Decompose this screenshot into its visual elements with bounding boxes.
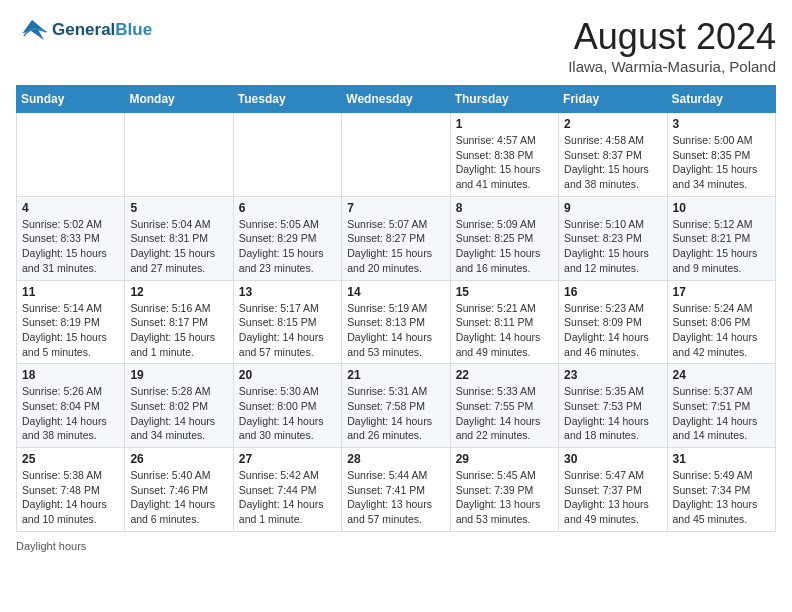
calendar-cell: 28Sunrise: 5:44 AM Sunset: 7:41 PM Dayli… xyxy=(342,448,450,532)
calendar-week-row: 18Sunrise: 5:26 AM Sunset: 8:04 PM Dayli… xyxy=(17,364,776,448)
calendar-cell: 7Sunrise: 5:07 AM Sunset: 8:27 PM Daylig… xyxy=(342,196,450,280)
day-number: 9 xyxy=(564,201,661,215)
calendar-cell: 12Sunrise: 5:16 AM Sunset: 8:17 PM Dayli… xyxy=(125,280,233,364)
day-info: Sunrise: 5:44 AM Sunset: 7:41 PM Dayligh… xyxy=(347,468,444,527)
calendar-cell: 14Sunrise: 5:19 AM Sunset: 8:13 PM Dayli… xyxy=(342,280,450,364)
column-header-friday: Friday xyxy=(559,86,667,113)
day-number: 30 xyxy=(564,452,661,466)
calendar-header-row: SundayMondayTuesdayWednesdayThursdayFrid… xyxy=(17,86,776,113)
day-info: Sunrise: 5:07 AM Sunset: 8:27 PM Dayligh… xyxy=(347,217,444,276)
day-info: Sunrise: 5:37 AM Sunset: 7:51 PM Dayligh… xyxy=(673,384,770,443)
logo: GeneralBlue xyxy=(16,16,152,44)
location: Ilawa, Warmia-Masuria, Poland xyxy=(568,58,776,75)
column-header-wednesday: Wednesday xyxy=(342,86,450,113)
daylight-label: Daylight hours xyxy=(16,540,86,552)
column-header-monday: Monday xyxy=(125,86,233,113)
calendar-week-row: 4Sunrise: 5:02 AM Sunset: 8:33 PM Daylig… xyxy=(17,196,776,280)
day-info: Sunrise: 5:30 AM Sunset: 8:00 PM Dayligh… xyxy=(239,384,336,443)
calendar-cell: 29Sunrise: 5:45 AM Sunset: 7:39 PM Dayli… xyxy=(450,448,558,532)
day-number: 2 xyxy=(564,117,661,131)
day-number: 12 xyxy=(130,285,227,299)
day-info: Sunrise: 5:49 AM Sunset: 7:34 PM Dayligh… xyxy=(673,468,770,527)
day-info: Sunrise: 5:33 AM Sunset: 7:55 PM Dayligh… xyxy=(456,384,553,443)
calendar-cell: 6Sunrise: 5:05 AM Sunset: 8:29 PM Daylig… xyxy=(233,196,341,280)
month-title: August 2024 xyxy=(568,16,776,58)
calendar-cell: 2Sunrise: 4:58 AM Sunset: 8:37 PM Daylig… xyxy=(559,113,667,197)
day-number: 22 xyxy=(456,368,553,382)
calendar-cell: 31Sunrise: 5:49 AM Sunset: 7:34 PM Dayli… xyxy=(667,448,775,532)
day-number: 10 xyxy=(673,201,770,215)
day-info: Sunrise: 5:10 AM Sunset: 8:23 PM Dayligh… xyxy=(564,217,661,276)
calendar-cell: 11Sunrise: 5:14 AM Sunset: 8:19 PM Dayli… xyxy=(17,280,125,364)
calendar-week-row: 1Sunrise: 4:57 AM Sunset: 8:38 PM Daylig… xyxy=(17,113,776,197)
calendar-cell: 15Sunrise: 5:21 AM Sunset: 8:11 PM Dayli… xyxy=(450,280,558,364)
column-header-tuesday: Tuesday xyxy=(233,86,341,113)
day-info: Sunrise: 4:58 AM Sunset: 8:37 PM Dayligh… xyxy=(564,133,661,192)
day-info: Sunrise: 5:16 AM Sunset: 8:17 PM Dayligh… xyxy=(130,301,227,360)
calendar-cell: 5Sunrise: 5:04 AM Sunset: 8:31 PM Daylig… xyxy=(125,196,233,280)
day-info: Sunrise: 5:14 AM Sunset: 8:19 PM Dayligh… xyxy=(22,301,119,360)
day-info: Sunrise: 5:47 AM Sunset: 7:37 PM Dayligh… xyxy=(564,468,661,527)
day-number: 27 xyxy=(239,452,336,466)
calendar-cell xyxy=(17,113,125,197)
calendar-cell: 13Sunrise: 5:17 AM Sunset: 8:15 PM Dayli… xyxy=(233,280,341,364)
column-header-thursday: Thursday xyxy=(450,86,558,113)
calendar-cell: 23Sunrise: 5:35 AM Sunset: 7:53 PM Dayli… xyxy=(559,364,667,448)
calendar-cell: 3Sunrise: 5:00 AM Sunset: 8:35 PM Daylig… xyxy=(667,113,775,197)
day-info: Sunrise: 5:40 AM Sunset: 7:46 PM Dayligh… xyxy=(130,468,227,527)
day-info: Sunrise: 5:12 AM Sunset: 8:21 PM Dayligh… xyxy=(673,217,770,276)
calendar-cell: 10Sunrise: 5:12 AM Sunset: 8:21 PM Dayli… xyxy=(667,196,775,280)
column-header-saturday: Saturday xyxy=(667,86,775,113)
day-number: 24 xyxy=(673,368,770,382)
day-info: Sunrise: 5:02 AM Sunset: 8:33 PM Dayligh… xyxy=(22,217,119,276)
day-info: Sunrise: 5:28 AM Sunset: 8:02 PM Dayligh… xyxy=(130,384,227,443)
day-number: 31 xyxy=(673,452,770,466)
day-number: 17 xyxy=(673,285,770,299)
calendar-cell: 20Sunrise: 5:30 AM Sunset: 8:00 PM Dayli… xyxy=(233,364,341,448)
calendar-cell: 8Sunrise: 5:09 AM Sunset: 8:25 PM Daylig… xyxy=(450,196,558,280)
page-header: GeneralBlue August 2024 Ilawa, Warmia-Ma… xyxy=(16,16,776,75)
column-header-sunday: Sunday xyxy=(17,86,125,113)
day-info: Sunrise: 5:05 AM Sunset: 8:29 PM Dayligh… xyxy=(239,217,336,276)
day-info: Sunrise: 5:42 AM Sunset: 7:44 PM Dayligh… xyxy=(239,468,336,527)
calendar-cell: 22Sunrise: 5:33 AM Sunset: 7:55 PM Dayli… xyxy=(450,364,558,448)
calendar-week-row: 25Sunrise: 5:38 AM Sunset: 7:48 PM Dayli… xyxy=(17,448,776,532)
calendar-cell: 18Sunrise: 5:26 AM Sunset: 8:04 PM Dayli… xyxy=(17,364,125,448)
calendar-cell: 30Sunrise: 5:47 AM Sunset: 7:37 PM Dayli… xyxy=(559,448,667,532)
calendar-cell: 19Sunrise: 5:28 AM Sunset: 8:02 PM Dayli… xyxy=(125,364,233,448)
logo-text: GeneralBlue xyxy=(52,20,152,40)
day-number: 26 xyxy=(130,452,227,466)
calendar-cell: 27Sunrise: 5:42 AM Sunset: 7:44 PM Dayli… xyxy=(233,448,341,532)
calendar-cell xyxy=(342,113,450,197)
day-info: Sunrise: 5:24 AM Sunset: 8:06 PM Dayligh… xyxy=(673,301,770,360)
day-number: 18 xyxy=(22,368,119,382)
day-info: Sunrise: 5:31 AM Sunset: 7:58 PM Dayligh… xyxy=(347,384,444,443)
day-number: 28 xyxy=(347,452,444,466)
day-info: Sunrise: 5:09 AM Sunset: 8:25 PM Dayligh… xyxy=(456,217,553,276)
day-info: Sunrise: 5:04 AM Sunset: 8:31 PM Dayligh… xyxy=(130,217,227,276)
calendar-cell: 21Sunrise: 5:31 AM Sunset: 7:58 PM Dayli… xyxy=(342,364,450,448)
day-number: 8 xyxy=(456,201,553,215)
calendar-cell: 9Sunrise: 5:10 AM Sunset: 8:23 PM Daylig… xyxy=(559,196,667,280)
calendar-cell xyxy=(125,113,233,197)
day-number: 13 xyxy=(239,285,336,299)
day-info: Sunrise: 5:35 AM Sunset: 7:53 PM Dayligh… xyxy=(564,384,661,443)
calendar-cell: 16Sunrise: 5:23 AM Sunset: 8:09 PM Dayli… xyxy=(559,280,667,364)
day-number: 11 xyxy=(22,285,119,299)
day-number: 1 xyxy=(456,117,553,131)
day-number: 15 xyxy=(456,285,553,299)
day-info: Sunrise: 5:45 AM Sunset: 7:39 PM Dayligh… xyxy=(456,468,553,527)
calendar-cell xyxy=(233,113,341,197)
day-info: Sunrise: 5:21 AM Sunset: 8:11 PM Dayligh… xyxy=(456,301,553,360)
calendar-table: SundayMondayTuesdayWednesdayThursdayFrid… xyxy=(16,85,776,532)
calendar-cell: 26Sunrise: 5:40 AM Sunset: 7:46 PM Dayli… xyxy=(125,448,233,532)
logo-bird-icon xyxy=(16,16,48,44)
calendar-cell: 4Sunrise: 5:02 AM Sunset: 8:33 PM Daylig… xyxy=(17,196,125,280)
day-info: Sunrise: 5:17 AM Sunset: 8:15 PM Dayligh… xyxy=(239,301,336,360)
day-number: 19 xyxy=(130,368,227,382)
day-info: Sunrise: 5:26 AM Sunset: 8:04 PM Dayligh… xyxy=(22,384,119,443)
day-number: 14 xyxy=(347,285,444,299)
day-info: Sunrise: 4:57 AM Sunset: 8:38 PM Dayligh… xyxy=(456,133,553,192)
day-number: 23 xyxy=(564,368,661,382)
calendar-cell: 24Sunrise: 5:37 AM Sunset: 7:51 PM Dayli… xyxy=(667,364,775,448)
